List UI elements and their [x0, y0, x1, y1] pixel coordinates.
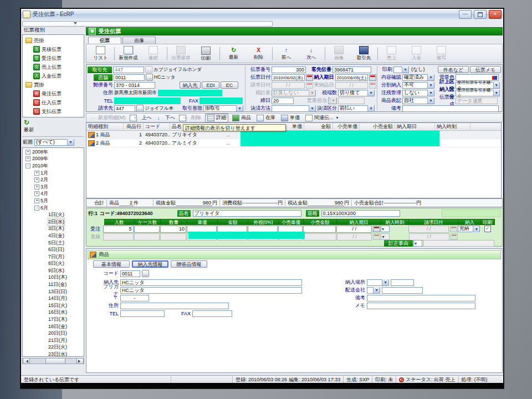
detail-toolbar-button[interactable]: 下へ — [156, 114, 177, 122]
slip-memo-button[interactable]: 伝票メモ — [470, 66, 501, 73]
prod-memo-field[interactable] — [367, 303, 475, 309]
tree-item[interactable]: 買掛 — [23, 80, 84, 89]
product-tab[interactable]: 基本情報 — [93, 260, 130, 268]
calendar-item[interactable]: + 5月 — [23, 197, 71, 204]
toolbar-button[interactable]: 次へ — [299, 45, 324, 62]
toolbar-button[interactable]: 伝票保存 — [168, 45, 193, 62]
close-button[interactable]: × — [489, 10, 502, 19]
order-units-field[interactable]: 5 — [103, 226, 133, 233]
deliv-div-select[interactable]: 受注伝票を引き継ぐ — [456, 90, 500, 96]
order-cases-field[interactable] — [134, 226, 160, 233]
expand-toggle-icon[interactable]: - — [25, 163, 30, 168]
calendar-item[interactable]: 9日(水) — [23, 267, 68, 274]
column-header[interactable]: 小売単価 — [333, 123, 360, 130]
split-select[interactable]: 不可 — [402, 82, 434, 89]
calendar-item[interactable]: + 2月 — [23, 176, 71, 183]
refresh-button[interactable]: ↻ 最新 — [24, 119, 57, 134]
tree-item[interactable]: 発 発注伝票 — [23, 89, 84, 98]
tree-item[interactable]: 売掛 — [23, 36, 84, 45]
order-retail-amt-field[interactable] — [303, 226, 336, 233]
trade-type-select[interactable]: 掛取引 — [203, 105, 243, 112]
calendar-item[interactable]: 6日(日) — [23, 246, 68, 253]
calendar-item[interactable]: 4日(金) — [23, 232, 68, 239]
tree-item[interactable]: 売 売上伝票 — [23, 63, 84, 71]
restore-button[interactable] — [474, 10, 487, 19]
kana-field[interactable]: HCニッタ — [120, 287, 302, 294]
toolbar-button[interactable]: 複写 — [429, 45, 454, 62]
prod-tel-field[interactable] — [120, 310, 165, 317]
column-header[interactable]: 商品行 — [124, 123, 144, 130]
line-more[interactable]: ... — [220, 140, 237, 146]
calendar-item[interactable]: + 1月 — [23, 170, 71, 177]
line-items-table[interactable]: 明細種別 商品行 コード 品名 数量 単価 金額 小売単価 — [86, 122, 502, 198]
calendar-item[interactable]: 18日(金) — [23, 323, 68, 330]
calendar-item[interactable]: 23日(水) — [23, 351, 68, 357]
calendar-item[interactable]: + 3月 — [23, 183, 71, 191]
closing-day-field[interactable]: 20 — [272, 98, 294, 104]
due-date-field[interactable]: 2010/06/05(土) — [335, 74, 369, 81]
order-delivery-select[interactable]: 完納 — [458, 226, 480, 232]
calendar-item[interactable]: 1日(火) — [23, 211, 68, 218]
detail-toolbar-button[interactable]: 単価 — [279, 114, 301, 122]
detail-toolbar-button[interactable]: 新規明細(M) — [89, 114, 127, 122]
correction-reason-select[interactable] — [413, 240, 422, 247]
toolbar-button[interactable]: 前へ — [274, 45, 299, 62]
slip-no-field[interactable]: 300 — [272, 66, 306, 73]
toolbar-button[interactable]: 最新 — [221, 45, 246, 62]
dest-field[interactable]: HCニッタ — [120, 279, 302, 286]
column-header[interactable]: コード — [144, 123, 170, 130]
bg-color-swatch[interactable] — [456, 74, 499, 81]
detail-toolbar-button[interactable]: 商品 — [231, 114, 253, 122]
remarks-field[interactable] — [402, 105, 499, 112]
calendar-item[interactable]: - 2010年 — [23, 162, 84, 170]
calendar-item[interactable]: + 2008年 — [23, 149, 84, 156]
backlog-select[interactable]: しない — [402, 90, 434, 96]
carrier-select[interactable] — [367, 287, 380, 294]
edi-button[interactable]: EDI — [202, 81, 219, 89]
order-print-checkbox[interactable] — [484, 226, 491, 232]
billing-lookup-button[interactable]: … — [136, 105, 144, 112]
spec-field[interactable]: 0.15X100X200 — [321, 210, 400, 217]
toolbar-button[interactable]: 削除 — [246, 45, 271, 62]
expand-toggle-icon[interactable]: + — [25, 156, 30, 161]
calendar-item[interactable]: 13日(日) — [23, 288, 68, 295]
product-tab[interactable]: 贈答品情報 — [171, 260, 207, 268]
calendar-item[interactable]: 8日(火) — [23, 260, 68, 268]
expand-toggle-icon[interactable]: + — [34, 177, 39, 182]
ec-button[interactable]: EC — [221, 81, 238, 89]
calendar-item[interactable]: + 2009年 — [23, 156, 84, 163]
scrollbar-thumb[interactable] — [45, 358, 65, 364]
tree-item[interactable]: 見 見積伝票 — [23, 45, 84, 54]
expand-toggle-icon[interactable]: - — [34, 206, 39, 211]
print-select[interactable] — [393, 66, 409, 73]
postal-field[interactable]: - — [120, 295, 149, 301]
column-header[interactable]: 納入時刻 — [435, 123, 470, 130]
calendar-item[interactable]: - 6月 — [23, 204, 71, 212]
document-tab[interactable]: 伝票 — [88, 37, 121, 44]
collapsed-toolbar[interactable] — [22, 21, 273, 27]
range-select[interactable]: (すべて) — [34, 139, 74, 146]
pay-method-select[interactable] — [272, 105, 316, 112]
carrier-field[interactable] — [382, 287, 423, 294]
prod-note-field[interactable] — [367, 295, 475, 301]
minimize-button[interactable]: — — [459, 10, 472, 19]
order-qty-field[interactable]: 10 — [160, 226, 186, 233]
scroll-right-icon[interactable] — [76, 358, 84, 364]
pay-div-select[interactable]: 前払い — [338, 105, 375, 112]
subject-button[interactable]: 件名など — [438, 66, 469, 73]
expand-toggle-icon[interactable]: + — [25, 150, 30, 155]
place-field[interactable] — [391, 279, 414, 286]
column-header[interactable]: 小売金額 — [360, 123, 395, 130]
prod-fax-field[interactable] — [192, 310, 232, 317]
column-header[interactable]: 納入期日 — [395, 123, 435, 130]
line-more[interactable]: ... — [220, 132, 237, 137]
calendar-item[interactable]: 22日(火) — [23, 344, 68, 351]
tree-item[interactable]: 払 支払伝票 — [23, 107, 84, 116]
place-select[interactable] — [367, 279, 389, 286]
calendar-item[interactable]: 2日(水) — [23, 218, 68, 226]
toolbar-button[interactable]: 売上 — [379, 45, 404, 62]
name-field[interactable]: ブリキイタ — [193, 210, 301, 217]
calendar-item[interactable]: 21日(月) — [23, 337, 68, 344]
order-time-select[interactable] — [381, 226, 390, 232]
detail-toolbar-button[interactable] — [179, 115, 180, 121]
